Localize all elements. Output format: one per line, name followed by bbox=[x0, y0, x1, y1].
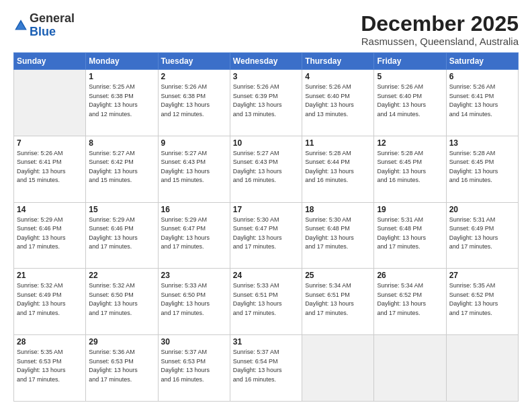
day-number: 3 bbox=[233, 72, 299, 81]
day-info: Sunrise: 5:29 AMSunset: 6:46 PMDaylight:… bbox=[17, 216, 83, 252]
day-number: 29 bbox=[89, 337, 154, 347]
calendar-day-cell: 31Sunrise: 5:37 AMSunset: 6:54 PMDayligh… bbox=[230, 335, 302, 402]
calendar-day-cell: 1Sunrise: 5:25 AMSunset: 6:38 PMDaylight… bbox=[86, 70, 158, 136]
calendar-day-cell: 10Sunrise: 5:27 AMSunset: 6:43 PMDayligh… bbox=[230, 136, 302, 202]
calendar-week-row: 21Sunrise: 5:32 AMSunset: 6:49 PMDayligh… bbox=[14, 269, 519, 335]
location-title: Rasmussen, Queensland, Australia bbox=[361, 36, 519, 47]
calendar-day-cell: 12Sunrise: 5:28 AMSunset: 6:45 PMDayligh… bbox=[374, 136, 446, 202]
day-info: Sunrise: 5:26 AMSunset: 6:39 PMDaylight:… bbox=[233, 83, 299, 119]
weekday-header: Thursday bbox=[302, 53, 374, 70]
day-number: 24 bbox=[233, 271, 299, 280]
calendar-day-cell: 8Sunrise: 5:27 AMSunset: 6:42 PMDaylight… bbox=[86, 136, 158, 202]
day-info: Sunrise: 5:25 AMSunset: 6:38 PMDaylight:… bbox=[89, 83, 154, 119]
calendar-day-cell bbox=[14, 70, 86, 136]
weekday-header: Tuesday bbox=[158, 53, 230, 70]
day-number: 7 bbox=[17, 138, 83, 148]
calendar-day-cell: 15Sunrise: 5:29 AMSunset: 6:46 PMDayligh… bbox=[86, 202, 158, 269]
logo-general: General bbox=[30, 11, 75, 25]
calendar-day-cell bbox=[446, 335, 518, 402]
calendar-week-row: 14Sunrise: 5:29 AMSunset: 6:46 PMDayligh… bbox=[14, 202, 519, 269]
month-title: December 2025 bbox=[361, 12, 519, 36]
day-number: 14 bbox=[17, 205, 83, 214]
day-number: 16 bbox=[161, 205, 227, 214]
calendar-day-cell: 2Sunrise: 5:26 AMSunset: 6:38 PMDaylight… bbox=[158, 70, 230, 136]
day-number: 22 bbox=[89, 271, 154, 280]
day-info: Sunrise: 5:26 AMSunset: 6:41 PMDaylight:… bbox=[449, 83, 515, 119]
day-number: 30 bbox=[161, 337, 227, 347]
weekday-header: Friday bbox=[374, 53, 446, 70]
calendar-week-row: 28Sunrise: 5:35 AMSunset: 6:53 PMDayligh… bbox=[14, 335, 519, 402]
logo: General Blue bbox=[13, 12, 75, 39]
day-number: 19 bbox=[377, 205, 443, 214]
logo-icon bbox=[13, 18, 28, 33]
weekday-header-row: SundayMondayTuesdayWednesdayThursdayFrid… bbox=[14, 53, 519, 70]
day-number: 23 bbox=[161, 271, 227, 280]
day-number: 5 bbox=[377, 72, 443, 81]
day-number: 9 bbox=[161, 138, 227, 148]
calendar-day-cell: 30Sunrise: 5:37 AMSunset: 6:53 PMDayligh… bbox=[158, 335, 230, 402]
calendar-day-cell: 28Sunrise: 5:35 AMSunset: 6:53 PMDayligh… bbox=[14, 335, 86, 402]
day-info: Sunrise: 5:28 AMSunset: 6:45 PMDaylight:… bbox=[377, 149, 443, 185]
day-info: Sunrise: 5:34 AMSunset: 6:52 PMDaylight:… bbox=[377, 281, 443, 318]
calendar-day-cell bbox=[302, 335, 374, 402]
calendar-day-cell: 17Sunrise: 5:30 AMSunset: 6:47 PMDayligh… bbox=[230, 202, 302, 269]
day-info: Sunrise: 5:33 AMSunset: 6:50 PMDaylight:… bbox=[161, 281, 227, 318]
calendar-day-cell: 24Sunrise: 5:33 AMSunset: 6:51 PMDayligh… bbox=[230, 269, 302, 335]
calendar-day-cell: 5Sunrise: 5:26 AMSunset: 6:40 PMDaylight… bbox=[374, 70, 446, 136]
day-number: 17 bbox=[233, 205, 299, 214]
calendar-day-cell: 7Sunrise: 5:26 AMSunset: 6:41 PMDaylight… bbox=[14, 136, 86, 202]
day-info: Sunrise: 5:32 AMSunset: 6:50 PMDaylight:… bbox=[89, 281, 154, 318]
calendar-day-cell: 3Sunrise: 5:26 AMSunset: 6:39 PMDaylight… bbox=[230, 70, 302, 136]
day-number: 18 bbox=[305, 205, 371, 214]
day-info: Sunrise: 5:27 AMSunset: 6:42 PMDaylight:… bbox=[89, 149, 154, 185]
day-info: Sunrise: 5:26 AMSunset: 6:40 PMDaylight:… bbox=[305, 83, 371, 119]
calendar-day-cell: 20Sunrise: 5:31 AMSunset: 6:49 PMDayligh… bbox=[446, 202, 518, 269]
day-number: 10 bbox=[233, 138, 299, 148]
day-number: 20 bbox=[449, 205, 515, 214]
day-info: Sunrise: 5:28 AMSunset: 6:44 PMDaylight:… bbox=[305, 149, 371, 185]
page: General Blue December 2025 Rasmussen, Qu… bbox=[0, 0, 532, 411]
day-info: Sunrise: 5:31 AMSunset: 6:49 PMDaylight:… bbox=[449, 216, 515, 252]
calendar-day-cell: 22Sunrise: 5:32 AMSunset: 6:50 PMDayligh… bbox=[86, 269, 158, 335]
calendar-day-cell: 21Sunrise: 5:32 AMSunset: 6:49 PMDayligh… bbox=[14, 269, 86, 335]
day-info: Sunrise: 5:31 AMSunset: 6:48 PMDaylight:… bbox=[377, 216, 443, 252]
calendar-day-cell: 9Sunrise: 5:27 AMSunset: 6:43 PMDaylight… bbox=[158, 136, 230, 202]
day-number: 4 bbox=[305, 72, 371, 81]
calendar-week-row: 7Sunrise: 5:26 AMSunset: 6:41 PMDaylight… bbox=[14, 136, 519, 202]
day-number: 27 bbox=[449, 271, 515, 280]
calendar-table: SundayMondayTuesdayWednesdayThursdayFrid… bbox=[13, 52, 519, 402]
weekday-header: Sunday bbox=[14, 53, 86, 70]
calendar-day-cell: 29Sunrise: 5:36 AMSunset: 6:53 PMDayligh… bbox=[86, 335, 158, 402]
day-info: Sunrise: 5:28 AMSunset: 6:45 PMDaylight:… bbox=[449, 149, 515, 185]
day-info: Sunrise: 5:34 AMSunset: 6:51 PMDaylight:… bbox=[305, 281, 371, 318]
header: General Blue December 2025 Rasmussen, Qu… bbox=[13, 12, 519, 47]
day-number: 21 bbox=[17, 271, 83, 280]
day-number: 25 bbox=[305, 271, 371, 280]
calendar-day-cell: 26Sunrise: 5:34 AMSunset: 6:52 PMDayligh… bbox=[374, 269, 446, 335]
logo-blue: Blue bbox=[30, 25, 56, 38]
day-number: 2 bbox=[161, 72, 227, 81]
calendar-week-row: 1Sunrise: 5:25 AMSunset: 6:38 PMDaylight… bbox=[14, 70, 519, 136]
day-info: Sunrise: 5:27 AMSunset: 6:43 PMDaylight:… bbox=[161, 149, 227, 185]
day-number: 11 bbox=[305, 138, 371, 148]
day-info: Sunrise: 5:35 AMSunset: 6:52 PMDaylight:… bbox=[449, 281, 515, 318]
day-number: 1 bbox=[89, 72, 154, 81]
day-info: Sunrise: 5:37 AMSunset: 6:53 PMDaylight:… bbox=[161, 348, 227, 384]
day-info: Sunrise: 5:29 AMSunset: 6:46 PMDaylight:… bbox=[89, 216, 154, 252]
calendar-day-cell: 16Sunrise: 5:29 AMSunset: 6:47 PMDayligh… bbox=[158, 202, 230, 269]
day-info: Sunrise: 5:33 AMSunset: 6:51 PMDaylight:… bbox=[233, 281, 299, 318]
logo-text: General Blue bbox=[30, 12, 75, 39]
day-number: 28 bbox=[17, 337, 83, 347]
calendar-day-cell: 14Sunrise: 5:29 AMSunset: 6:46 PMDayligh… bbox=[14, 202, 86, 269]
calendar-day-cell: 13Sunrise: 5:28 AMSunset: 6:45 PMDayligh… bbox=[446, 136, 518, 202]
day-info: Sunrise: 5:37 AMSunset: 6:54 PMDaylight:… bbox=[233, 348, 299, 384]
calendar-day-cell: 4Sunrise: 5:26 AMSunset: 6:40 PMDaylight… bbox=[302, 70, 374, 136]
day-number: 26 bbox=[377, 271, 443, 280]
day-number: 12 bbox=[377, 138, 443, 148]
day-info: Sunrise: 5:26 AMSunset: 6:40 PMDaylight:… bbox=[377, 83, 443, 119]
day-info: Sunrise: 5:32 AMSunset: 6:49 PMDaylight:… bbox=[17, 281, 83, 318]
day-info: Sunrise: 5:26 AMSunset: 6:41 PMDaylight:… bbox=[17, 149, 83, 185]
day-info: Sunrise: 5:26 AMSunset: 6:38 PMDaylight:… bbox=[161, 83, 227, 119]
day-number: 6 bbox=[449, 72, 515, 81]
day-number: 13 bbox=[449, 138, 515, 148]
